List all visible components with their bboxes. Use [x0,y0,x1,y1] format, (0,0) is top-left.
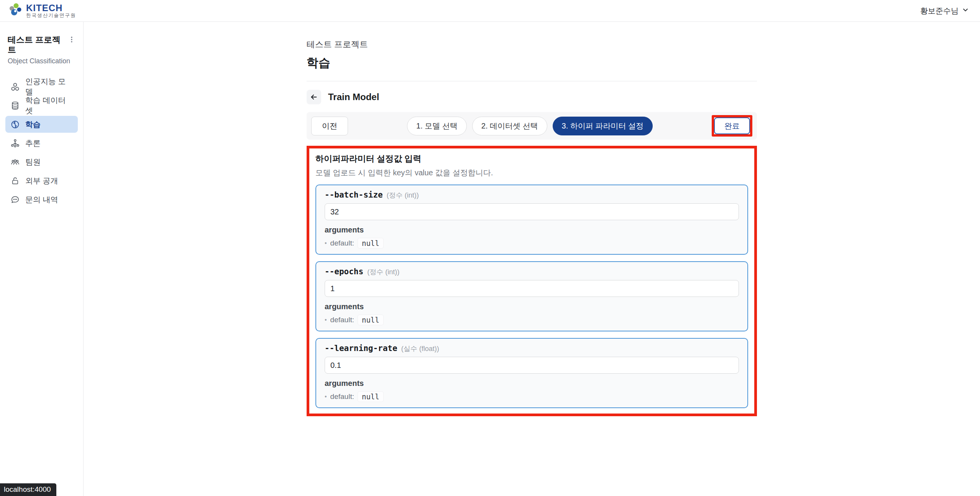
user-name: 황보준수님 [920,6,959,16]
default-value: null [358,391,384,402]
kitech-logo[interactable]: KITECH 한국생산기술연구원 [8,3,76,18]
default-value: null [358,315,384,325]
epochs-input[interactable] [325,280,739,297]
divider [307,81,757,81]
learning-rate-input[interactable] [325,357,739,374]
sidebar-item-label: 문의 내역 [25,194,58,205]
sidebar-item-inference[interactable]: 추론 [5,135,78,152]
step-3-hyperparameter[interactable]: 3. 하이퍼 파라미터 설정 [553,117,653,135]
arguments-label: arguments [325,379,739,388]
kitech-logo-icon [8,3,22,18]
app-window: KITECH 한국생산기술연구원 황보준수님 테스트 프로젝트 Object C… [0,0,980,496]
hyperparameter-form-annotation: 하이퍼파라미터 설정값 입력 모델 업로드 시 입력한 key의 value 값… [307,146,757,416]
step-pills: 1. 모델 선택 2. 데이터셋 선택 3. 하이퍼 파라미터 설정 [348,117,712,135]
user-menu[interactable]: 황보준수님 [920,6,969,16]
default-value: null [358,238,384,249]
bullet-icon: • [325,240,327,247]
complete-button[interactable]: 완료 [714,117,750,134]
default-row: • default: null [325,315,739,325]
param-card-epochs: --epochs (정수 (int)) arguments • default:… [315,261,748,331]
arrow-left-icon [310,93,318,101]
inference-icon [10,138,20,148]
main-area: 테스트 프로젝트 학습 Train Model 이전 1. 모델 선택 2. 데… [84,22,980,496]
sidebar-item-training[interactable]: 학습 [5,116,78,133]
default-label: default: [330,239,354,247]
sidebar-item-inquiries[interactable]: 문의 내역 [5,191,78,208]
dataset-icon [10,101,20,110]
default-label: default: [330,316,354,324]
kitech-logo-text: KITECH 한국생산기술연구원 [26,3,76,18]
param-name: --learning-rate [325,344,397,353]
sidebar-item-label: 학습 [25,119,41,130]
step-bar: 이전 1. 모델 선택 2. 데이터셋 선택 3. 하이퍼 파라미터 설정 완료 [307,112,757,140]
batch-size-input[interactable] [325,203,739,220]
logo-subtitle: 한국생산기술연구원 [26,13,76,18]
param-type-hint: (정수 (int)) [367,267,399,277]
arguments-label: arguments [325,226,739,234]
team-icon [10,157,20,167]
sidebar-nav: 인공지능 모델 학습 데이터셋 학습 추론 팀원 외부 공개 [5,78,78,208]
sidebar-item-ai-model[interactable]: 인공지능 모델 [5,78,78,95]
brain-icon [10,120,20,129]
param-type-hint: (정수 (int)) [387,191,419,200]
breadcrumb: 테스트 프로젝트 [307,39,757,50]
page-title: 학습 [307,55,757,71]
step-2-dataset-select[interactable]: 2. 데이터셋 선택 [472,117,547,135]
panel-header: Train Model [307,90,757,104]
top-header: KITECH 한국생산기술연구원 황보준수님 [0,0,980,22]
arguments-label: arguments [325,302,739,311]
panel-title: Train Model [328,92,379,102]
unlock-icon [10,176,20,186]
project-name: 테스트 프로젝트 [8,35,68,55]
kebab-icon[interactable] [68,36,76,45]
previous-button[interactable]: 이전 [311,117,348,135]
project-type: Object Classification [5,57,78,65]
sidebar-item-dataset[interactable]: 학습 데이터셋 [5,97,78,114]
sidebar-item-label: 학습 데이터셋 [25,95,73,116]
chat-icon [10,195,20,204]
param-card-batch-size: --batch-size (정수 (int)) arguments • defa… [315,185,748,255]
step-1-model-select[interactable]: 1. 모델 선택 [407,117,467,135]
param-card-learning-rate: --learning-rate (실수 (float)) arguments •… [315,338,748,408]
ai-model-icon [10,82,20,92]
param-name: --epochs [325,267,363,276]
param-type-hint: (실수 (float)) [401,344,439,353]
project-header: 테스트 프로젝트 [5,35,78,55]
sidebar: 테스트 프로젝트 Object Classification 인공지능 모델 학… [0,22,84,496]
form-title: 하이퍼파라미터 설정값 입력 [315,153,748,165]
sidebar-item-label: 추론 [25,138,41,148]
default-row: • default: null [325,391,739,402]
bullet-icon: • [325,393,327,400]
status-url-tooltip: localhost:4000 [0,483,56,496]
chevron-down-icon [962,6,969,16]
form-subtitle: 모델 업로드 시 입력한 key의 value 값을 설정합니다. [315,168,748,178]
sidebar-item-label: 외부 공개 [25,176,58,186]
bullet-icon: • [325,316,327,323]
sidebar-item-public[interactable]: 외부 공개 [5,172,78,189]
sidebar-item-team[interactable]: 팀원 [5,153,78,170]
default-row: • default: null [325,238,739,249]
param-name: --batch-size [325,190,383,199]
logo-title: KITECH [26,3,76,13]
back-button[interactable] [307,90,321,104]
sidebar-item-label: 팀원 [25,157,41,167]
sidebar-item-label: 인공지능 모델 [25,76,73,97]
annotation-highlight-complete: 완료 [712,115,752,137]
default-label: default: [330,392,354,401]
